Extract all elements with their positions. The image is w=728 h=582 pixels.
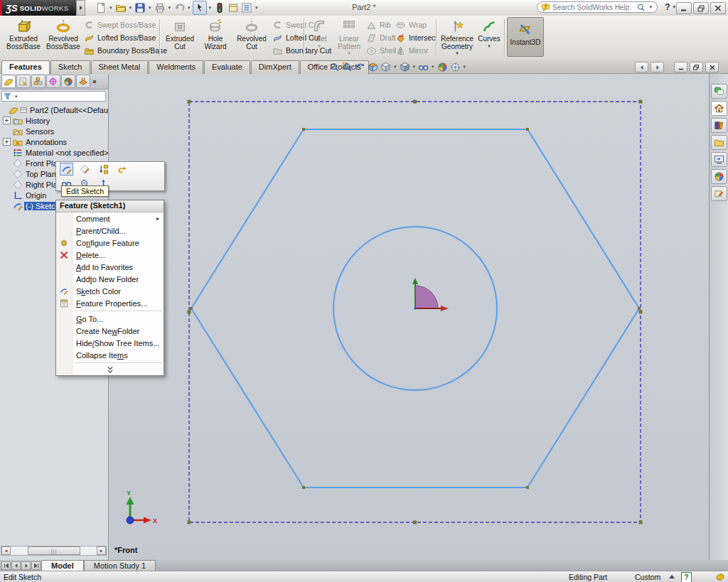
menu-item-add-to-favorites[interactable]: Add to Favorites (56, 261, 164, 273)
instant3d-toggle[interactable]: Instant3D (507, 17, 544, 57)
previous-window-button[interactable] (635, 62, 648, 72)
configurationmanager-tab[interactable] (31, 75, 46, 88)
help-button[interactable]: ? ▾ (665, 2, 677, 12)
doc-minimize-button[interactable] (674, 62, 687, 72)
previous-tab-button[interactable] (11, 561, 21, 570)
minimize-button[interactable] (676, 2, 692, 14)
file-explorer-tab[interactable] (711, 135, 727, 150)
custom-properties-tab[interactable] (711, 186, 727, 201)
menu-item-feature-properties[interactable]: Feature Properties... (56, 297, 164, 309)
wrap-button[interactable]: Wrap (395, 18, 435, 31)
hole-wizard-button[interactable]: Hole Wizard (199, 17, 232, 58)
feature-order-button[interactable] (97, 163, 110, 176)
fillet-dropdown-icon[interactable]: ▾ (306, 43, 332, 49)
print-button[interactable] (154, 1, 166, 14)
previous-view-button[interactable] (354, 61, 366, 72)
open-button[interactable] (114, 1, 127, 14)
scroll-left-button[interactable]: ◂ (1, 546, 11, 555)
linear-pattern-dropdown-icon[interactable]: ▾ (333, 50, 365, 56)
tree-item-part2-default-default-d[interactable]: Part2 (Default<<Default>_D (0, 104, 108, 115)
filter-dropdown-icon[interactable]: ▾ (14, 94, 19, 99)
undo-button[interactable] (173, 1, 186, 14)
revolved-boss-base-button[interactable]: Revolved Boss/Base (44, 17, 82, 58)
tab-evaluate[interactable]: Evaluate (204, 60, 250, 74)
edit-sketch-button[interactable] (60, 163, 73, 176)
solidworks-forum-tab[interactable] (711, 84, 727, 99)
select-dropdown-icon[interactable]: ▾ (208, 5, 213, 11)
view-orientation-button[interactable] (380, 61, 392, 72)
boundary-boss-base-button[interactable]: Boundary Boss/Base (84, 44, 158, 57)
tab-weldments[interactable]: Weldments (149, 60, 203, 74)
menu-item-hide-show-tree-items[interactable]: Hide/Show Tree Items... (56, 337, 164, 349)
rib-button[interactable]: Rib (366, 18, 395, 31)
tab-sketch[interactable]: Sketch (50, 60, 90, 74)
display-style-dropdown-icon[interactable]: ▾ (412, 64, 417, 70)
save-button[interactable] (134, 1, 146, 14)
tree-filter-input[interactable]: ▾ (1, 91, 106, 102)
view-settings-button[interactable] (449, 61, 461, 72)
panel-horizontal-scrollbar[interactable]: ◂ ||| ▸ (1, 546, 107, 556)
open-dropdown-icon[interactable]: ▾ (128, 5, 134, 11)
tree-item-annotations[interactable]: AAnnotations (0, 136, 108, 147)
units-selector[interactable]: Custom (635, 573, 660, 581)
menu-item-sketch-color[interactable]: Sketch Color (56, 285, 164, 297)
scrollbar-thumb[interactable]: ||| (28, 546, 80, 555)
solidworks-resources-tab[interactable] (711, 101, 727, 116)
office-manager-tab[interactable] (76, 75, 90, 88)
new-document-dropdown-icon[interactable]: ▾ (108, 5, 114, 11)
select-button[interactable] (193, 1, 207, 15)
close-button[interactable] (710, 2, 726, 14)
menu-item-comment[interactable]: Comment▸ (56, 212, 164, 225)
display-style-button[interactable] (399, 61, 411, 72)
save-dropdown-icon[interactable]: ▾ (147, 5, 153, 11)
linear-pattern-button[interactable]: Linear Pattern ▾ (333, 17, 365, 58)
tab-features[interactable]: Features (1, 60, 50, 74)
zoom-to-fit-button[interactable] (328, 61, 341, 72)
menu-item-add-to-new-folder[interactable]: Add to New Folder (56, 273, 164, 285)
menu-item-create-new-folder[interactable]: Create New Folder (56, 325, 164, 337)
scroll-right-button[interactable]: ▸ (97, 546, 106, 555)
next-tab-button[interactable] (21, 561, 31, 570)
curves-dropdown-icon[interactable]: ▾ (477, 43, 501, 49)
next-window-button[interactable] (651, 62, 664, 72)
edit-sketch-plane-button[interactable] (78, 163, 92, 176)
tab-sheet-metal[interactable]: Sheet Metal (91, 60, 149, 74)
dimxpertmanager-tab[interactable] (46, 75, 60, 88)
draft-button[interactable]: Draft (366, 31, 395, 44)
lofted-boss-base-button[interactable]: Lofted Boss/Base (84, 31, 158, 44)
doc-tab-model[interactable]: Model (41, 560, 84, 571)
tree-item-history[interactable]: History (0, 115, 108, 126)
appearances-scenes-tab[interactable] (711, 169, 727, 184)
manager-tabs-overflow-button[interactable]: » (91, 77, 98, 85)
curves-button[interactable]: Curves ▾ (477, 17, 501, 58)
quick-tips-help-button[interactable]: ? (681, 572, 692, 582)
doc-restore-button[interactable] (690, 62, 703, 72)
expander-icon[interactable] (3, 117, 11, 124)
first-tab-button[interactable] (1, 561, 11, 570)
intersect-button[interactable]: Intersect (395, 31, 435, 44)
doc-close-button[interactable] (705, 62, 719, 72)
view-orientation-dropdown-icon[interactable]: ▾ (392, 64, 398, 70)
expander-icon[interactable] (3, 138, 11, 146)
search-input[interactable]: Search SolidWorks Help (552, 4, 634, 11)
rollback-button[interactable] (115, 163, 129, 176)
shell-button[interactable]: Shell (366, 44, 395, 57)
displaymanager-tab[interactable] (61, 75, 75, 88)
menu-item-collapse-items[interactable]: Collapse Items (56, 349, 164, 361)
apply-scene-button[interactable] (437, 61, 449, 72)
tag-icon[interactable] (715, 573, 725, 581)
reference-geometry-dropdown-icon[interactable]: ▾ (438, 50, 476, 56)
search-box[interactable]: ? Search SolidWorks Help ▾ (537, 1, 658, 13)
zoom-to-area-button[interactable] (341, 61, 353, 72)
sketch-canvas[interactable]: Y X (109, 74, 709, 560)
menu-item-parent-child[interactable]: Parent/Child... (56, 225, 164, 237)
extruded-cut-button[interactable]: Extruded Cut (162, 17, 198, 58)
extruded-boss-base-button[interactable]: Extruded Boss/Base (4, 17, 43, 58)
mirror-button[interactable]: Mirror (395, 44, 435, 57)
new-document-button[interactable] (95, 1, 107, 14)
undo-dropdown-icon[interactable]: ▾ (186, 5, 192, 11)
graphics-area[interactable]: Y X *Front (109, 74, 709, 560)
hide-show-items-button[interactable] (417, 61, 429, 72)
search-icon[interactable] (636, 3, 646, 12)
hide-show-items-dropdown-icon[interactable]: ▾ (430, 64, 436, 70)
